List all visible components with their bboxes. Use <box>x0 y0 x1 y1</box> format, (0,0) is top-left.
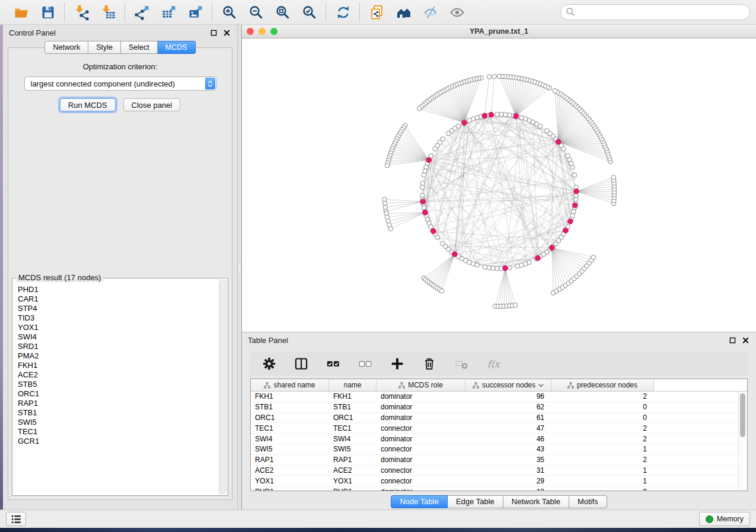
close-table-panel-icon[interactable] <box>741 336 750 345</box>
dropdown-stepper-icon <box>205 78 215 89</box>
tab-network[interactable]: Network <box>44 41 88 54</box>
table-row[interactable]: ACE2ACE2connector311 <box>251 466 747 476</box>
zoom-in-icon[interactable] <box>221 4 237 20</box>
cell-name: ORC1 <box>329 414 377 422</box>
table-row[interactable]: RAP1RAP1dominator352 <box>251 455 747 466</box>
tab-node-table[interactable]: Node Table <box>391 495 448 508</box>
column-header-predecessor-nodes[interactable]: predecessor nodes <box>551 379 654 391</box>
status-bar: Memory <box>0 509 756 528</box>
float-table-panel-icon[interactable] <box>728 336 737 345</box>
zoom-out-icon[interactable] <box>248 4 264 20</box>
mcds-result-item[interactable]: STP4 <box>18 304 219 313</box>
cell-predecessor-nodes: 0 <box>551 414 654 422</box>
run-mcds-button[interactable]: Run MCDS <box>60 98 116 111</box>
criterion-dropdown[interactable]: largest connected component (undirected) <box>24 76 216 91</box>
mcds-list-scrollbar[interactable] <box>219 279 227 495</box>
mcds-result-item[interactable]: TID3 <box>18 313 219 323</box>
mcds-result-item[interactable]: SWI5 <box>18 418 219 427</box>
task-history-button[interactable] <box>6 512 26 526</box>
search-icon <box>566 7 575 17</box>
mcds-result-item[interactable]: FKH1 <box>18 361 219 370</box>
table-row[interactable]: YOX1YOX1connector291 <box>251 476 747 486</box>
cell-MCDS-role: dominator <box>377 403 465 411</box>
deselect-all-checkboxes-icon[interactable] <box>357 356 373 372</box>
export-image-icon[interactable] <box>187 4 203 20</box>
export-network-icon[interactable] <box>134 4 150 20</box>
split-panel-icon[interactable] <box>293 356 309 372</box>
panel-splitter[interactable] <box>237 25 242 509</box>
import-network-icon[interactable] <box>74 4 90 20</box>
toolbar-groups <box>6 4 472 21</box>
table-row[interactable]: STB1STB1dominator620 <box>251 402 747 413</box>
table-row[interactable]: PHD1PHD1dominator180 <box>251 486 747 491</box>
tab-select[interactable]: Select <box>121 41 158 54</box>
list-icon <box>11 514 22 525</box>
zoom-selected-icon[interactable] <box>301 4 317 20</box>
mcds-result-item[interactable]: STB1 <box>18 408 219 418</box>
cell-name: SWI4 <box>329 435 377 443</box>
search-box <box>560 4 750 20</box>
mcds-result-item[interactable]: CAR1 <box>18 294 219 304</box>
table-row[interactable]: SWI5SWI5connector431 <box>251 444 747 455</box>
mcds-result-item[interactable]: SRD1 <box>18 342 219 351</box>
right-pane: YPA_prune.txt_1 Table Panel <box>242 25 756 509</box>
mcds-result-item[interactable]: ORC1 <box>18 389 219 399</box>
mcds-result-list[interactable]: PHD1CAR1STP4TID3YOX1SWI4SRD1PMA2FKH1ACE2… <box>13 280 219 495</box>
select-all-checkboxes-icon[interactable] <box>325 356 341 372</box>
first-neighbors-icon[interactable] <box>395 4 412 20</box>
network-canvas[interactable] <box>242 39 756 332</box>
import-table-icon[interactable] <box>100 4 116 20</box>
add-column-icon[interactable] <box>389 356 405 372</box>
column-header-name[interactable]: name <box>329 379 377 391</box>
tab-style[interactable]: Style <box>88 41 121 54</box>
cell-shared-name: ACE2 <box>251 466 329 475</box>
cell-predecessor-nodes: 1 <box>551 466 654 475</box>
network-window-title: YPA_prune.txt_1 <box>242 27 756 36</box>
cell-name: SWI5 <box>329 445 377 453</box>
table-row[interactable]: ORC1ORC1dominator610 <box>251 413 747 424</box>
mcds-result-item[interactable]: PMA2 <box>18 351 219 361</box>
delete-column-trash-icon[interactable] <box>421 356 437 372</box>
export-table-icon[interactable] <box>161 4 177 20</box>
mcds-result-item[interactable]: RAP1 <box>18 399 219 408</box>
cell-successor-nodes: 35 <box>465 456 551 464</box>
search-input[interactable] <box>560 4 750 20</box>
mcds-result-item[interactable]: YOX1 <box>18 323 219 332</box>
zoom-fit-icon[interactable] <box>275 4 291 20</box>
open-file-icon[interactable] <box>13 4 29 20</box>
control-panel-tabs: NetworkStyleSelectMCDS <box>3 41 237 54</box>
table-settings-gear-icon[interactable] <box>261 356 277 372</box>
splitter-grip[interactable] <box>238 264 241 274</box>
mcds-result-item[interactable]: PHD1 <box>18 285 219 294</box>
hide-selected-icon[interactable] <box>422 4 438 20</box>
tab-mcds[interactable]: MCDS <box>158 41 196 54</box>
mcds-result-item[interactable]: STB5 <box>18 380 219 389</box>
table-row[interactable]: SWI4SWI4dominator462 <box>251 434 747 444</box>
table-panel-tabs: Node TableEdge TableNetwork TableMotifs <box>242 495 756 508</box>
duplicate-network-icon[interactable] <box>369 4 385 20</box>
refresh-view-icon[interactable] <box>335 4 351 20</box>
svg-text:f(x): f(x) <box>487 358 500 370</box>
control-panel: Control Panel NetworkStyleSelectMCDS Opt… <box>3 25 237 509</box>
close-panel-icon[interactable] <box>222 28 231 38</box>
mcds-result-item[interactable]: SWI4 <box>18 332 219 342</box>
close-panel-button[interactable]: Close panel <box>123 98 181 111</box>
tab-motifs[interactable]: Motifs <box>569 495 607 508</box>
tab-network-table[interactable]: Network Table <box>503 495 569 508</box>
mcds-result-item[interactable]: ACE2 <box>18 370 219 380</box>
mcds-result-item[interactable]: TEC1 <box>18 427 219 437</box>
mcds-result-item[interactable]: GCR1 <box>18 437 219 446</box>
save-session-icon[interactable] <box>40 4 56 20</box>
table-row[interactable]: FKH1FKH1dominator962 <box>251 392 747 402</box>
table-scrollbar[interactable] <box>738 392 747 490</box>
column-header-MCDS-role[interactable]: MCDS role <box>377 379 465 391</box>
float-panel-icon[interactable] <box>209 28 218 38</box>
show-all-icon[interactable] <box>449 4 465 20</box>
column-header-successor-nodes[interactable]: successor nodes <box>465 379 551 391</box>
memory-button[interactable]: Memory <box>699 512 750 526</box>
cell-name: RAP1 <box>329 456 377 464</box>
table-row[interactable]: TEC1TEC1connector472 <box>251 423 747 434</box>
column-header-shared-name[interactable]: shared name <box>251 379 329 391</box>
tab-edge-table[interactable]: Edge Table <box>448 495 503 508</box>
cell-predecessor-nodes: 1 <box>551 445 654 453</box>
